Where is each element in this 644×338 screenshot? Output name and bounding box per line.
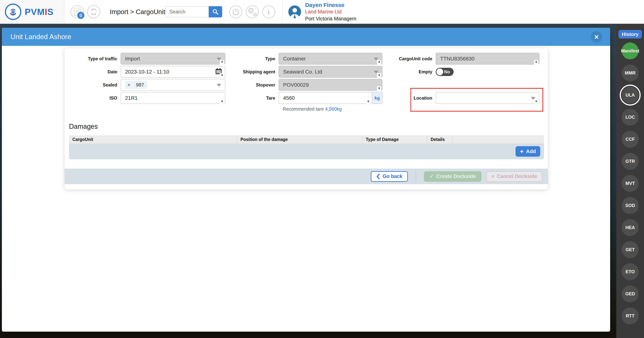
create-dockside-button[interactable]: ✓ Create Dockside xyxy=(424,171,481,182)
tare-unit-addon: kg xyxy=(372,92,382,104)
toggle-state-label: No xyxy=(444,69,450,74)
required-marker: * xyxy=(220,73,224,78)
type-of-traffic-label: Type of traffic xyxy=(64,56,120,61)
modal-title: Unit Landed Ashore xyxy=(10,33,71,41)
form-footer-bar: Go back ✓ Create Dockside × Cancel Docks… xyxy=(64,169,548,184)
required-marker: * xyxy=(534,99,538,105)
user-company: Land Marine Ltd xyxy=(305,9,356,15)
unit-landed-ashore-modal: Unit Landed Ashore × Type of traffic Imp… xyxy=(2,28,610,332)
shipping-agent-select: Seaward Co. Ltd * xyxy=(278,66,382,78)
cancel-dockside-button[interactable]: × Cancel Dockside xyxy=(486,171,542,182)
location-select[interactable]: * xyxy=(436,92,540,104)
damages-column-header: Type of Damage xyxy=(362,135,427,144)
close-icon: × xyxy=(594,33,598,41)
sidebar-nav-list: Manifest MMR ULA LOC CCF GTR MVT xyxy=(622,43,638,324)
sidebar-nav-item[interactable]: ULA xyxy=(622,87,638,104)
sidebar-nav-item[interactable]: LOC xyxy=(622,109,638,126)
damages-column-header xyxy=(452,135,544,144)
stopover-label: Stopover xyxy=(229,82,278,88)
avatar xyxy=(288,6,301,18)
sidebar-nav-item[interactable]: GTR xyxy=(622,153,638,170)
empty-toggle[interactable]: No xyxy=(436,68,454,76)
type-label: Type xyxy=(229,56,278,61)
check-icon: ✓ xyxy=(430,173,434,179)
shipping-agent-label: Shipping agent xyxy=(229,69,278,75)
sealed-multiselect[interactable]: × 987 xyxy=(120,79,225,91)
remove-chip-icon[interactable]: × xyxy=(125,82,133,88)
footer-divider xyxy=(416,170,416,183)
tare-label: Tare xyxy=(229,96,278,101)
refresh-button[interactable] xyxy=(87,5,100,19)
date-input[interactable]: 2023-10-12 - 11:10 xyxy=(120,66,225,78)
sidebar-nav-item[interactable]: Manifest xyxy=(622,43,638,59)
required-marker: * xyxy=(377,60,381,65)
search-button[interactable] xyxy=(209,6,222,18)
go-back-button[interactable]: Go back xyxy=(371,171,408,182)
close-modal-button[interactable]: × xyxy=(591,31,602,43)
settings-button[interactable]: ⚙ ⚙ xyxy=(246,5,259,18)
date-label: Date xyxy=(64,69,120,75)
type-select: Container * xyxy=(278,53,382,65)
required-marker: * xyxy=(220,60,224,65)
plus-icon: + xyxy=(520,148,524,155)
breadcrumb: Import > CargoUnit xyxy=(110,8,165,16)
sidebar-nav-item[interactable]: HEA xyxy=(622,219,638,236)
sidebar-nav-item[interactable]: MVT xyxy=(622,175,638,192)
anchor-icon xyxy=(8,7,18,17)
damages-empty-row: + Add xyxy=(69,144,544,159)
damages-column-header: Position of the damage xyxy=(237,135,362,144)
sidebar-nav-item[interactable]: GET xyxy=(622,241,638,258)
app-logo-text: PVMIS xyxy=(25,7,54,17)
app-logo-icon xyxy=(5,4,21,20)
user-name: Dayen Finesse xyxy=(305,2,356,9)
person-icon xyxy=(288,6,301,18)
logout-button[interactable] xyxy=(229,5,242,18)
recommended-tare-link[interactable]: 4,560kg xyxy=(325,106,342,112)
location-label: Location xyxy=(386,96,436,101)
search-input[interactable] xyxy=(165,6,209,18)
info-button[interactable]: i xyxy=(262,5,275,18)
sidebar-nav-item[interactable]: RTT xyxy=(622,307,638,324)
stopover-input: POV00029 * xyxy=(278,79,382,91)
x-icon: × xyxy=(492,173,494,179)
required-marker: * xyxy=(377,73,381,78)
sidebar-nav-item[interactable]: CCF xyxy=(622,131,638,148)
required-marker: * xyxy=(366,99,370,105)
logo-section: PVMIS xyxy=(0,0,64,24)
seal-chip: × 987 xyxy=(125,81,147,89)
history-button[interactable]: History xyxy=(618,30,642,39)
sidebar-nav-item[interactable]: GED xyxy=(622,285,638,302)
sidebar-nav-item[interactable]: SOD xyxy=(622,197,638,214)
right-sidebar: History Manifest MMR ULA LOC CCF GTR xyxy=(616,24,644,338)
required-marker: * xyxy=(377,86,381,92)
cargounit-code-input: TTNU8356830 * xyxy=(436,53,540,65)
info-icon: i xyxy=(268,8,270,16)
damages-column-header: CargoUnit xyxy=(69,135,237,144)
sidebar-nav-item[interactable]: MMR xyxy=(622,65,638,81)
required-marker: * xyxy=(220,99,224,105)
user-organization: Port Victoria Managem xyxy=(305,15,356,22)
cargo-unit-form-card: Type of traffic Import * Date 2023-10-12… xyxy=(64,48,548,189)
chevron-down-icon xyxy=(217,84,221,87)
documents-button[interactable]: 0 xyxy=(70,5,84,19)
empty-label: Empty xyxy=(386,69,436,75)
pending-count-badge: 0 xyxy=(76,11,85,20)
type-of-traffic-select: Import * xyxy=(120,53,225,65)
user-menu[interactable]: Dayen Finesse Land Marine Ltd Port Victo… xyxy=(283,0,644,24)
damages-table: CargoUnitPosition of the damageType of D… xyxy=(69,135,544,159)
power-icon xyxy=(232,8,240,16)
cargounit-code-label: CargoUnit code xyxy=(386,56,436,61)
chevron-left-icon xyxy=(376,174,380,179)
iso-label: ISO xyxy=(64,96,120,101)
toggle-knob xyxy=(436,69,443,75)
damages-table-header-row: CargoUnitPosition of the damageType of D… xyxy=(69,135,544,144)
tare-input[interactable]: 4560 * kg xyxy=(278,92,382,104)
search-icon xyxy=(212,9,218,15)
spacer xyxy=(386,79,540,91)
top-bar: PVMIS 0 Import > CargoUnit xyxy=(0,0,644,24)
refresh-icon xyxy=(90,8,98,16)
add-damage-button[interactable]: + Add xyxy=(516,146,540,157)
iso-input[interactable]: 21R1 * xyxy=(120,92,225,104)
sealed-label: Sealed xyxy=(64,82,120,88)
sidebar-nav-item[interactable]: ETO xyxy=(622,263,638,280)
